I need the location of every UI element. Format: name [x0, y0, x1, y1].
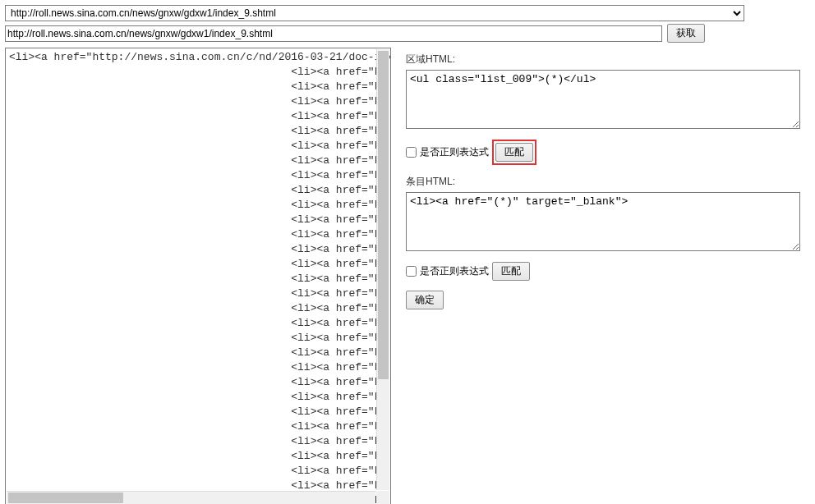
item-match-button[interactable]: 匹配 [492, 262, 530, 281]
item-regex-label: 是否正则表达式 [420, 264, 489, 278]
area-html-textarea[interactable] [406, 70, 800, 129]
item-regex-checkbox[interactable] [406, 266, 417, 277]
vertical-scrollbar-thumb[interactable] [378, 51, 389, 379]
confirm-button[interactable]: 确定 [406, 291, 444, 309]
area-regex-label: 是否正则表达式 [420, 145, 489, 159]
horizontal-scrollbar-thumb[interactable] [8, 493, 123, 503]
item-html-textarea[interactable] [406, 192, 800, 251]
source-panel: <li><a href="http://news.sina.com.cn/c/n… [5, 48, 391, 504]
area-match-button[interactable]: 匹配 [495, 143, 533, 162]
item-html-label: 条目HTML: [406, 175, 810, 189]
source-content[interactable]: <li><a href="http://news.sina.com.cn/c/n… [6, 48, 390, 504]
fetch-button[interactable]: 获取 [667, 24, 705, 43]
area-regex-checkbox[interactable] [406, 147, 417, 158]
scroll-corner [376, 491, 389, 504]
horizontal-scrollbar[interactable] [7, 491, 375, 504]
url-input[interactable] [5, 25, 662, 42]
url-select[interactable]: http://roll.news.sina.com.cn/news/gnxw/g… [5, 5, 744, 21]
match-highlight: 匹配 [492, 140, 536, 165]
area-html-label: 区域HTML: [406, 53, 810, 66]
vertical-scrollbar[interactable] [376, 49, 389, 490]
